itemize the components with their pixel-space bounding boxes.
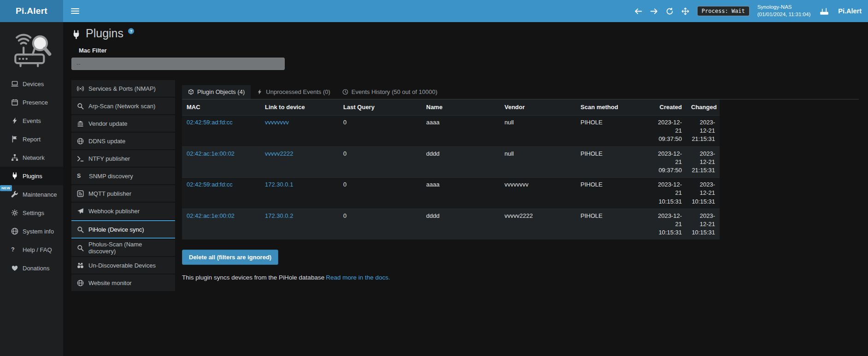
plugin-nav-pihole[interactable]: PiHole (Device sync) [71,220,175,239]
plugin-nav-label: Pholus-Scan (Name discovery) [88,241,170,255]
col-header-vendor: Vendor [500,99,576,116]
paper-plane-icon [77,208,84,215]
table-header-row: MAC Link to device Last Query Name Vendo… [182,99,720,116]
topbar-app-name: Pi.Alert [838,7,862,15]
plug-icon [71,30,81,40]
created-cell: 2023-12-2110:15:31 [650,178,686,209]
plugin-nav-ntfy[interactable]: NTFY publisher [71,150,175,167]
plugin-nav-nmap[interactable]: Services & Ports (NMAP) [71,80,175,97]
nav-back-button[interactable] [634,7,642,15]
sidebar-logo [0,22,63,72]
name-cell: dddd [422,146,500,178]
flag-icon [11,135,18,143]
bank-icon [77,120,84,127]
table-row: 02:42:59:ad:fd:cc 172.30.0.1 0 aaaa vvvv… [182,178,720,209]
tab-unprocessed-events[interactable]: Unprocessed Events (0) [251,85,336,99]
sidebar-item-network[interactable]: Network [0,148,63,167]
docs-link[interactable]: Read more in the docs. [326,274,390,281]
app-logo[interactable]: Pi.Alert [0,0,63,22]
plugin-nav-vendor-update[interactable]: Vendor update [71,115,175,132]
tab-label: Events History (50 out of 10000) [352,88,437,95]
sidebar-item-label: Maintenance [23,191,57,198]
plugin-nav-arpscan[interactable]: Arp-Scan (Network scan) [71,98,175,114]
plugin-objects-table: MAC Link to device Last Query Name Vendo… [182,99,720,239]
last-query-cell: 0 [339,178,422,209]
binoculars-icon [77,262,84,269]
tab-label: Plugin Objects (4) [197,88,245,95]
vendor-cell: vvvvv2222 [500,209,576,239]
globe-icon [77,280,84,286]
question-icon: ? [11,246,18,253]
sidebar-item-label: Report [23,136,41,143]
tab-label: Unprocessed Events (0) [266,88,330,95]
host-info: Synology-NAS (01/01/2024, 11:31:04) [757,4,811,18]
device-link[interactable]: 172.30.0.2 [265,212,293,219]
mac-link[interactable]: 02:42:ac:1e:00:02 [187,150,235,157]
page-title: Plugins [86,27,123,40]
nav-forward-button[interactable] [650,7,658,15]
plugin-nav-label: MQTT publisher [88,190,131,197]
sidebar-toggle-button[interactable] [71,8,79,14]
sidebar-item-label: Donations [23,265,50,272]
heart-icon [11,264,18,272]
device-link[interactable]: vvvvv2222 [265,150,293,157]
sidebar-item-help-faq[interactable]: ? Help / FAQ [0,240,63,259]
clock-icon [342,89,348,95]
col-header-scan-method: Scan method [576,99,650,116]
tab-events-history[interactable]: Events History (50 out of 10000) [336,85,443,99]
plugin-nav-label: SNMP discovery [89,173,133,180]
reload-button[interactable] [666,7,674,15]
plugin-nav-pholus[interactable]: Pholus-Scan (Name discovery) [71,239,175,256]
sidebar-item-label: Events [23,117,41,124]
plugin-description: This plugin syncs devices from the PiHol… [182,274,859,281]
hamburger-icon [71,8,79,14]
created-cell: 2023-12-2109:37:50 [650,146,686,178]
tab-plugin-objects[interactable]: Plugin Objects (4) [182,85,251,99]
plugin-nav-snmp[interactable]: S SNMP discovery [71,168,175,184]
move-icon [681,7,689,15]
plugin-nav-mqtt[interactable]: MQTT publisher [71,185,175,202]
pialert-mini-logo [818,6,830,16]
plugin-nav: Services & Ports (NMAP) Arp-Scan (Networ… [71,80,175,292]
topbar-right-cluster: Process: Wait Synology-NAS (01/01/2024, … [634,4,868,18]
scan-method-cell: PIHOLE [576,116,650,147]
col-header-link: Link to device [260,99,339,116]
name-cell: aaaa [422,178,500,209]
globe-icon [11,228,18,235]
topbar: Pi.Alert Process: Wait Synology-NAS (01/… [0,0,868,22]
search-icon [77,226,84,233]
mqtt-icon [77,190,84,197]
sidebar-menu: Devices Presence Events Report Network P… [0,75,63,277]
mac-link[interactable]: 02:42:ac:1e:00:02 [187,212,235,219]
plugin-nav-webhook[interactable]: Webhook publisher [71,203,175,219]
sidebar-item-presence[interactable]: Presence [0,93,63,111]
mac-filter-input[interactable] [71,58,285,70]
mac-link[interactable]: 02:42:59:ad:fd:cc [187,181,233,188]
plugin-nav-ddns-update[interactable]: DDNS update [71,133,175,149]
device-link[interactable]: 172.30.0.1 [265,181,293,188]
last-query-cell: 0 [339,146,422,178]
device-link[interactable]: vvvvvvvv [265,119,289,126]
delete-all-button[interactable]: Delete all (filters are ignored) [182,250,278,265]
move-fullscreen-button[interactable] [681,7,689,15]
name-cell: aaaa [422,116,500,147]
sidebar-item-maintenance[interactable]: NEW Maintenance [0,185,63,204]
sidebar-item-devices[interactable]: Devices [0,75,63,93]
plugin-nav-undiscoverable[interactable]: Un-Discoverable Devices [71,257,175,274]
mac-filter-label: Mac Filter [79,47,859,54]
mac-link[interactable]: 02:42:59:ad:fd:cc [187,119,233,126]
sidebar-item-settings[interactable]: Settings [0,204,63,222]
sidebar-item-donations[interactable]: Donations [0,259,63,277]
sidebar-item-report[interactable]: Report [0,130,63,148]
scan-method-cell: PIHOLE [576,178,650,209]
sidebar-item-events[interactable]: Events [0,111,63,130]
created-cell: 2023-12-2109:37:50 [650,116,686,147]
plugin-nav-website-monitor[interactable]: Website monitor [71,274,175,291]
created-cell: 2023-12-2110:15:31 [650,209,686,239]
sidebar-item-plugins[interactable]: Plugins [0,167,63,185]
help-badge[interactable]: ? [128,28,134,34]
sidebar-item-system-info[interactable]: System info [0,222,63,240]
bolt-icon [11,117,18,124]
col-header-created: Created [650,99,686,116]
scan-method-cell: PIHOLE [576,209,650,239]
